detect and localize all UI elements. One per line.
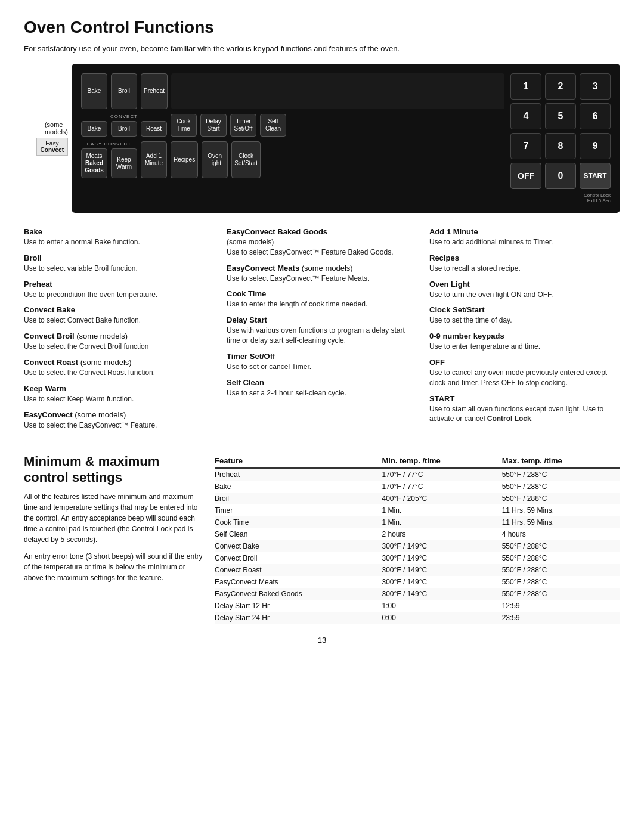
col-max: Max. temp. /time — [497, 454, 620, 468]
desc-start-text: Use to start all oven functions except o… — [429, 404, 620, 425]
desc-self-clean-label: Self Clean — [227, 378, 417, 387]
key-oven-light[interactable]: OvenLight — [202, 141, 228, 178]
desc-convect-roast: Convect Roast (some models) Use to selec… — [24, 358, 215, 378]
table-row: Cook Time1 Min.11 Hrs. 59 Mins. — [215, 516, 620, 528]
table-cell-0-0: Preheat — [215, 468, 377, 481]
display-area — [171, 73, 504, 109]
easy-convect-group: EASY CONVECT Meats Baked Goods KeepWarm — [81, 141, 137, 178]
key-broil-top[interactable]: Broil — [111, 73, 137, 109]
table-cell-3-2: 11 Hrs. 59 Mins. — [497, 504, 620, 516]
key-8[interactable]: 8 — [545, 133, 576, 159]
desc-easyconvect-bakedgoods-label: EasyConvect Baked Goods — [227, 227, 417, 236]
key-0[interactable]: 0 — [545, 163, 576, 189]
desc-convect-bake: Convect Bake Use to select Convect Bake … — [24, 305, 215, 326]
desc-clock-setstart-text: Use to set the time of day. — [429, 315, 620, 326]
table-cell-3-0: Timer — [215, 504, 377, 516]
table-cell-7-2: 550°F / 288°C — [497, 552, 620, 564]
table-row: Bake170°F / 77°C550°F / 288°C — [215, 481, 620, 493]
table-row: EasyConvect Meats300°F / 149°C550°F / 28… — [215, 576, 620, 588]
desc-timer-setoff: Timer Set/Off Use to set or cancel Timer… — [227, 352, 417, 372]
min-max-title: Minimum & maximumcontrol settings — [24, 454, 203, 485]
easy-convect-badge: Easy Convect — [36, 138, 68, 156]
convect-group: CONVECT Bake Broil Roast — [81, 114, 167, 137]
key-4[interactable]: 4 — [510, 103, 541, 129]
table-row: Convect Roast300°F / 149°C550°F / 288°C — [215, 564, 620, 576]
desc-delay-start: Delay Start Use with various oven functi… — [227, 315, 417, 346]
table-cell-4-0: Cook Time — [215, 516, 377, 528]
desc-add1minute-text: Use to add additional minutes to Timer. — [429, 237, 620, 247]
desc-clock-setstart-label: Clock Set/Start — [429, 305, 620, 314]
key-5[interactable]: 5 — [545, 103, 576, 129]
desc-convect-broil: Convect Broil (some models) Use to selec… — [24, 332, 215, 352]
key-convect-bake[interactable]: Bake — [81, 121, 107, 137]
table-row: Preheat170°F / 77°C550°F / 288°C — [215, 468, 620, 481]
table-cell-12-1: 0:00 — [377, 612, 497, 624]
key-recipes[interactable]: Recipes — [171, 141, 198, 178]
desc-bake-label: Bake — [24, 227, 215, 236]
key-preheat[interactable]: Preheat — [141, 73, 168, 109]
convect-section-label: CONVECT — [81, 114, 167, 119]
desc-broil: Broil Use to select variable Broil funct… — [24, 253, 215, 274]
desc-off-text: Use to cancel any oven mode previously e… — [429, 368, 620, 388]
desc-preheat-text: Use to precondition the oven temperature… — [24, 290, 215, 300]
key-convect-roast[interactable]: Roast — [141, 121, 167, 137]
key-cook-time[interactable]: CookTime — [171, 114, 197, 137]
table-row: Delay Start 12 Hr1:0012:59 — [215, 600, 620, 612]
desc-add1minute-label: Add 1 Minute — [429, 227, 620, 236]
key-add1minute[interactable]: Add 1Minute — [141, 141, 167, 178]
desc-broil-label: Broil — [24, 253, 215, 262]
table-cell-3-1: 1 Min. — [377, 504, 497, 516]
desc-preheat: Preheat Use to precondition the oven tem… — [24, 280, 215, 300]
key-bake-top[interactable]: Bake — [81, 73, 107, 109]
desc-keep-warm-label: Keep Warm — [24, 384, 215, 393]
desc-09keypads-label: 0-9 number keypads — [429, 332, 620, 340]
keypad-main: Bake Broil Preheat CONVECT Bake Broil Ro… — [81, 73, 504, 203]
convect-inner: Bake Broil Roast — [81, 121, 167, 137]
key-self-clean[interactable]: SelfClean — [260, 114, 286, 137]
table-cell-9-0: EasyConvect Meats — [215, 576, 377, 588]
control-lock-note: Control LockHold 5 Sec — [584, 193, 611, 203]
desc-convect-roast-text: Use to select the Convect Roast function… — [24, 368, 215, 378]
key-off[interactable]: OFF — [510, 163, 541, 189]
key-1[interactable]: 1 — [510, 73, 541, 100]
table-cell-10-2: 550°F / 288°C — [497, 588, 620, 600]
desc-oven-light-label: Oven Light — [429, 280, 620, 289]
desc-clock-setstart: Clock Set/Start Use to set the time of d… — [429, 305, 620, 326]
key-delay-start[interactable]: DelayStart — [200, 114, 227, 137]
desc-start: START Use to start all oven functions ex… — [429, 394, 620, 425]
desc-off: OFF Use to cancel any oven mode previous… — [429, 358, 620, 388]
table-cell-1-1: 170°F / 77°C — [377, 481, 497, 493]
key-2[interactable]: 2 — [545, 73, 576, 100]
easy-convect-inner: Meats Baked Goods KeepWarm — [81, 148, 137, 178]
key-3[interactable]: 3 — [580, 73, 611, 100]
key-timer-setoff[interactable]: TimerSet/Off — [230, 114, 256, 137]
keypad-row-2: CONVECT Bake Broil Roast CookTime DelayS… — [81, 114, 504, 137]
settings-table: Feature Min. temp. /time Max. temp. /tim… — [215, 454, 620, 624]
key-meats-baked[interactable]: Meats Baked Goods — [81, 148, 107, 178]
table-cell-1-2: 550°F / 288°C — [497, 481, 620, 493]
key-7[interactable]: 7 — [510, 133, 541, 159]
key-convect-broil[interactable]: Broil — [111, 121, 137, 137]
easy-label: Easy — [45, 140, 58, 147]
desc-self-clean: Self Clean Use to set a 2-4 hour self-cl… — [227, 378, 417, 398]
table-row: Delay Start 24 Hr0:0023:59 — [215, 612, 620, 624]
key-clock-setstart[interactable]: ClockSet/Start — [231, 141, 261, 178]
desc-easyconvect-text: Use to select the EasyConvect™ Feature. — [24, 420, 215, 431]
table-cell-9-1: 300°F / 149°C — [377, 576, 497, 588]
key-start[interactable]: START — [580, 163, 611, 189]
table-cell-8-2: 550°F / 288°C — [497, 564, 620, 576]
table-cell-8-0: Convect Roast — [215, 564, 377, 576]
key-9[interactable]: 9 — [580, 133, 611, 159]
key-keep-warm[interactable]: KeepWarm — [111, 148, 137, 178]
desc-convect-broil-label: Convect Broil (some models) — [24, 332, 215, 340]
easy-convect-section-label: EASY CONVECT — [81, 141, 137, 147]
table-header-row: Feature Min. temp. /time Max. temp. /tim… — [215, 454, 620, 468]
table-cell-11-2: 12:59 — [497, 600, 620, 612]
key-6[interactable]: 6 — [580, 103, 611, 129]
desc-09keypads-text: Use to enter temperature and time. — [429, 342, 620, 352]
table-cell-2-1: 400°F / 205°C — [377, 493, 497, 504]
desc-cook-time: Cook Time Use to enter the length of coo… — [227, 289, 417, 309]
min-max-para1: All of the features listed have minimum … — [24, 491, 203, 545]
table-cell-9-2: 550°F / 288°C — [497, 576, 620, 588]
table-cell-11-0: Delay Start 12 Hr — [215, 600, 377, 612]
